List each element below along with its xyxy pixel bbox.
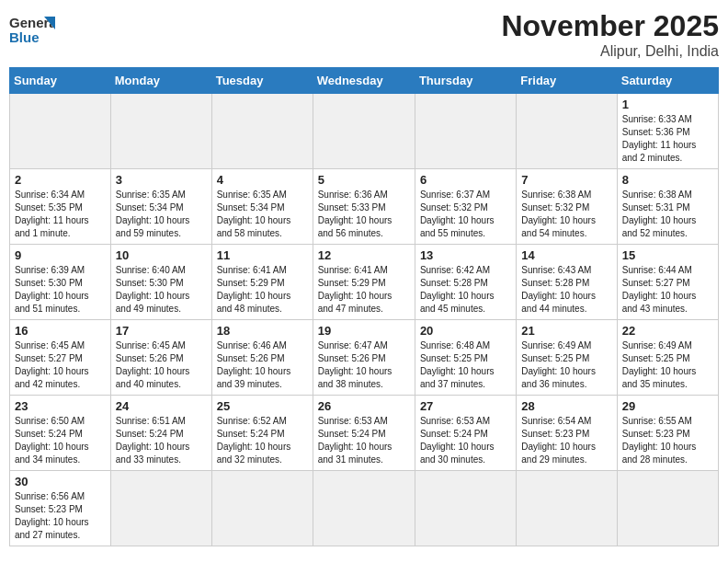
calendar-cell: 4Sunrise: 6:35 AM Sunset: 5:34 PM Daylig… [211, 169, 313, 245]
day-number: 30 [15, 475, 106, 488]
day-info: Sunrise: 6:41 AM Sunset: 5:29 PM Dayligh… [217, 264, 308, 316]
day-info: Sunrise: 6:37 AM Sunset: 5:32 PM Dayligh… [420, 189, 511, 240]
calendar-cell: 16Sunrise: 6:45 AM Sunset: 5:27 PM Dayli… [10, 320, 111, 396]
day-number: 24 [116, 399, 207, 413]
day-number: 13 [420, 248, 511, 262]
day-info: Sunrise: 6:45 AM Sunset: 5:26 PM Dayligh… [116, 339, 207, 391]
day-number: 29 [622, 399, 713, 413]
weekday-header-row: SundayMondayTuesdayWednesdayThursdayFrid… [10, 68, 719, 94]
calendar-cell [110, 471, 211, 546]
day-number: 20 [420, 324, 511, 338]
day-info: Sunrise: 6:41 AM Sunset: 5:29 PM Dayligh… [318, 264, 410, 316]
day-number: 5 [318, 173, 410, 187]
day-number: 27 [420, 399, 511, 413]
day-number: 9 [15, 248, 106, 262]
calendar-cell [415, 471, 516, 546]
calendar-week-row: 30Sunrise: 6:56 AM Sunset: 5:23 PM Dayli… [10, 471, 719, 546]
day-info: Sunrise: 6:36 AM Sunset: 5:33 PM Dayligh… [318, 189, 410, 240]
calendar-cell [517, 471, 617, 546]
calendar-cell: 23Sunrise: 6:50 AM Sunset: 5:24 PM Dayli… [10, 396, 111, 471]
day-number: 17 [116, 324, 207, 338]
day-number: 21 [521, 324, 611, 338]
calendar-cell [617, 471, 718, 546]
logo-icon: General Blue [9, 9, 55, 46]
day-info: Sunrise: 6:51 AM Sunset: 5:24 PM Dayligh… [116, 415, 207, 466]
day-info: Sunrise: 6:49 AM Sunset: 5:25 PM Dayligh… [521, 339, 611, 391]
calendar-cell: 15Sunrise: 6:44 AM Sunset: 5:27 PM Dayli… [617, 245, 718, 320]
calendar-cell: 10Sunrise: 6:40 AM Sunset: 5:30 PM Dayli… [110, 245, 211, 320]
calendar-cell: 27Sunrise: 6:53 AM Sunset: 5:24 PM Dayli… [415, 396, 516, 471]
day-info: Sunrise: 6:48 AM Sunset: 5:25 PM Dayligh… [420, 339, 511, 391]
day-number: 8 [622, 173, 713, 187]
calendar-week-row: 23Sunrise: 6:50 AM Sunset: 5:24 PM Dayli… [10, 396, 719, 471]
title-block: November 2025 Alipur, Delhi, India [501, 9, 719, 60]
calendar-week-row: 2Sunrise: 6:34 AM Sunset: 5:35 PM Daylig… [10, 169, 719, 245]
calendar-cell: 9Sunrise: 6:39 AM Sunset: 5:30 PM Daylig… [10, 245, 111, 320]
day-number: 23 [15, 399, 106, 413]
calendar-cell [211, 94, 313, 169]
calendar-cell: 30Sunrise: 6:56 AM Sunset: 5:23 PM Dayli… [10, 471, 111, 546]
day-number: 19 [318, 324, 410, 338]
calendar-cell: 7Sunrise: 6:38 AM Sunset: 5:32 PM Daylig… [517, 169, 617, 245]
day-number: 18 [217, 324, 308, 338]
calendar-cell: 22Sunrise: 6:49 AM Sunset: 5:25 PM Dayli… [617, 320, 718, 396]
calendar-week-row: 9Sunrise: 6:39 AM Sunset: 5:30 PM Daylig… [10, 245, 719, 320]
weekday-header: Saturday [617, 68, 718, 94]
day-info: Sunrise: 6:35 AM Sunset: 5:34 PM Dayligh… [217, 189, 308, 240]
day-info: Sunrise: 6:42 AM Sunset: 5:28 PM Dayligh… [420, 264, 511, 316]
calendar-table: SundayMondayTuesdayWednesdayThursdayFrid… [9, 67, 719, 546]
day-info: Sunrise: 6:33 AM Sunset: 5:36 PM Dayligh… [622, 113, 713, 165]
location: Alipur, Delhi, India [501, 43, 719, 60]
calendar-cell: 20Sunrise: 6:48 AM Sunset: 5:25 PM Dayli… [415, 320, 516, 396]
day-number: 6 [420, 173, 511, 187]
calendar-cell: 29Sunrise: 6:55 AM Sunset: 5:23 PM Dayli… [617, 396, 718, 471]
logo: General Blue [9, 9, 55, 46]
day-number: 7 [521, 173, 611, 187]
day-info: Sunrise: 6:34 AM Sunset: 5:35 PM Dayligh… [15, 189, 106, 240]
calendar-cell [415, 94, 516, 169]
day-info: Sunrise: 6:49 AM Sunset: 5:25 PM Dayligh… [622, 339, 713, 391]
calendar-cell: 28Sunrise: 6:54 AM Sunset: 5:23 PM Dayli… [517, 396, 617, 471]
day-info: Sunrise: 6:50 AM Sunset: 5:24 PM Dayligh… [15, 415, 106, 466]
day-number: 16 [15, 324, 106, 338]
calendar-cell [10, 94, 111, 169]
calendar-cell: 17Sunrise: 6:45 AM Sunset: 5:26 PM Dayli… [110, 320, 211, 396]
calendar-cell: 2Sunrise: 6:34 AM Sunset: 5:35 PM Daylig… [10, 169, 111, 245]
calendar-cell: 13Sunrise: 6:42 AM Sunset: 5:28 PM Dayli… [415, 245, 516, 320]
day-number: 12 [318, 248, 410, 262]
day-info: Sunrise: 6:53 AM Sunset: 5:24 PM Dayligh… [420, 415, 511, 466]
calendar-cell: 25Sunrise: 6:52 AM Sunset: 5:24 PM Dayli… [211, 396, 313, 471]
calendar-cell: 5Sunrise: 6:36 AM Sunset: 5:33 PM Daylig… [313, 169, 415, 245]
weekday-header: Monday [110, 68, 211, 94]
day-number: 1 [622, 98, 713, 111]
day-info: Sunrise: 6:39 AM Sunset: 5:30 PM Dayligh… [15, 264, 106, 316]
calendar-cell: 12Sunrise: 6:41 AM Sunset: 5:29 PM Dayli… [313, 245, 415, 320]
day-info: Sunrise: 6:35 AM Sunset: 5:34 PM Dayligh… [116, 189, 207, 240]
svg-text:Blue: Blue [9, 29, 40, 45]
day-info: Sunrise: 6:45 AM Sunset: 5:27 PM Dayligh… [15, 339, 106, 391]
day-info: Sunrise: 6:43 AM Sunset: 5:28 PM Dayligh… [521, 264, 611, 316]
weekday-header: Tuesday [211, 68, 313, 94]
day-number: 22 [622, 324, 713, 338]
day-info: Sunrise: 6:56 AM Sunset: 5:23 PM Dayligh… [15, 490, 106, 542]
calendar-cell: 19Sunrise: 6:47 AM Sunset: 5:26 PM Dayli… [313, 320, 415, 396]
calendar-week-row: 16Sunrise: 6:45 AM Sunset: 5:27 PM Dayli… [10, 320, 719, 396]
day-number: 2 [15, 173, 106, 187]
month-title: November 2025 [501, 9, 719, 43]
day-number: 11 [217, 248, 308, 262]
day-info: Sunrise: 6:52 AM Sunset: 5:24 PM Dayligh… [217, 415, 308, 466]
day-number: 25 [217, 399, 308, 413]
page-header: General Blue November 2025 Alipur, Delhi… [9, 9, 719, 60]
day-info: Sunrise: 6:38 AM Sunset: 5:32 PM Dayligh… [521, 189, 611, 240]
day-info: Sunrise: 6:47 AM Sunset: 5:26 PM Dayligh… [318, 339, 410, 391]
weekday-header: Friday [517, 68, 617, 94]
weekday-header: Sunday [10, 68, 111, 94]
calendar-cell [211, 471, 313, 546]
calendar-cell [313, 471, 415, 546]
calendar-cell: 8Sunrise: 6:38 AM Sunset: 5:31 PM Daylig… [617, 169, 718, 245]
day-info: Sunrise: 6:40 AM Sunset: 5:30 PM Dayligh… [116, 264, 207, 316]
calendar-cell: 11Sunrise: 6:41 AM Sunset: 5:29 PM Dayli… [211, 245, 313, 320]
calendar-cell [110, 94, 211, 169]
day-info: Sunrise: 6:38 AM Sunset: 5:31 PM Dayligh… [622, 189, 713, 240]
calendar-cell: 26Sunrise: 6:53 AM Sunset: 5:24 PM Dayli… [313, 396, 415, 471]
